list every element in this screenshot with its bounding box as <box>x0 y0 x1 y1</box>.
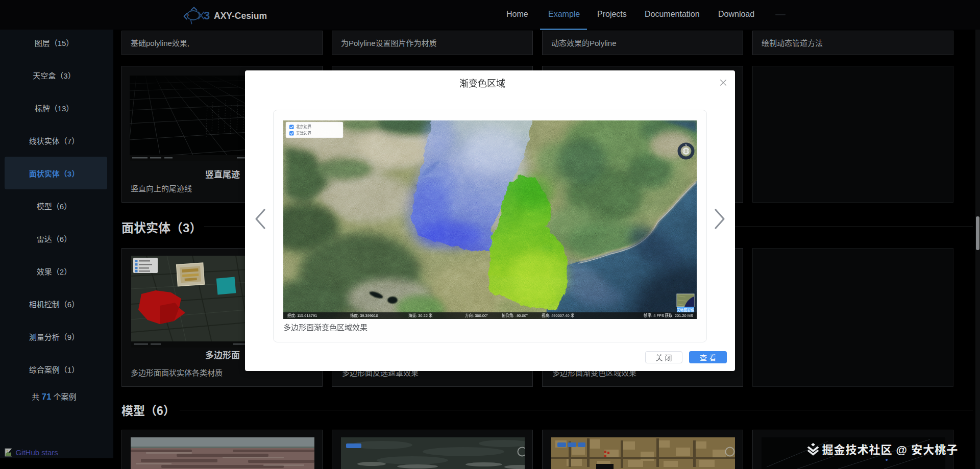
svg-text:帧率: 4 FPS: 帧率: 4 FPS <box>644 312 664 318</box>
svg-text:方向: 360.00°: 方向: 360.00° <box>465 312 488 318</box>
svg-text:海拔: 30.22 米: 海拔: 30.22 米 <box>408 312 433 318</box>
svg-text:北京边界: 北京边界 <box>296 124 311 129</box>
svg-text:纬度: 39.399610: 纬度: 39.399610 <box>350 312 378 318</box>
svg-text:俯仰角: -90.00°: 俯仰角: -90.00° <box>502 312 528 318</box>
svg-text:天地图影像: 天地图影像 <box>677 307 695 312</box>
svg-text:视高: 490007.40 米: 视高: 490007.40 米 <box>542 312 575 318</box>
svg-text:N: N <box>685 143 687 146</box>
svg-text:获取: 201.20 MS: 获取: 201.20 MS <box>665 312 693 318</box>
svg-text:经度: 115.618791: 经度: 115.618791 <box>287 312 317 318</box>
svg-text:3: 3 <box>204 9 210 22</box>
svg-text:天津边界: 天津边界 <box>296 130 311 136</box>
